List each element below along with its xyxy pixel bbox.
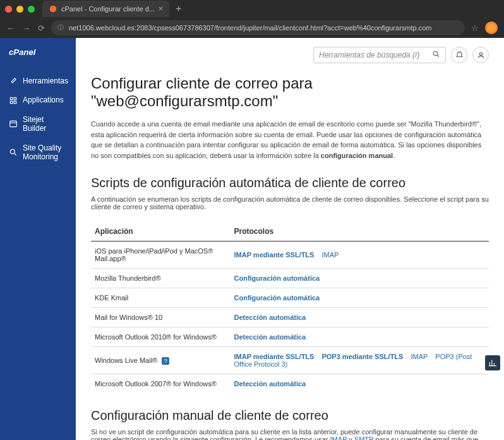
scripts-heading: Scripts de configuración automática de c…: [91, 176, 489, 190]
table-row: Microsoft Outlook 2007® for Windows®Dete…: [91, 374, 489, 394]
sidebar-item-label: Sitejet Builder: [23, 115, 67, 133]
protocol-link[interactable]: IMAP mediante SSL/TLS: [234, 353, 315, 360]
protocol-link[interactable]: IMAP mediante SSL/TLS: [234, 251, 315, 259]
bookmark-icon[interactable]: ☆: [471, 23, 479, 33]
site-info-icon[interactable]: ⓘ: [57, 23, 64, 32]
protocols-cell: Detección automática: [231, 374, 489, 394]
app-cell: iOS para iPhone/iPad/iPod y MacOS® Mail.…: [91, 241, 231, 269]
svg-point-8: [433, 51, 438, 56]
user-icon: [477, 51, 485, 59]
svg-rect-3: [14, 97, 16, 100]
tab-bar: cPanel - Configurar cliente d... × +: [0, 0, 504, 18]
tools-icon: [9, 76, 18, 85]
minimize-window-button[interactable]: [16, 6, 23, 13]
sidebar-item-herramientas[interactable]: Herramientas: [0, 71, 76, 90]
imap-link[interactable]: IMAP: [330, 436, 347, 440]
url-text: net1006.webcloud.es:2083/cpsess067378630…: [69, 24, 459, 32]
profile-avatar[interactable]: [485, 21, 498, 34]
manual-subtext: Si no ve un script de configuración auto…: [91, 428, 489, 440]
new-tab-button[interactable]: +: [172, 3, 185, 15]
cpanel-logo[interactable]: cPanel: [0, 47, 76, 71]
app-cell: Mail for Windows® 10: [91, 308, 231, 327]
cpanel-favicon-icon: [49, 4, 57, 13]
main-content: Configurar cliente de correo para "web@c…: [76, 38, 504, 440]
scripts-table: Aplicación Protocolos iOS para iPhone/iP…: [91, 222, 489, 393]
sidebar-item-label: Applications: [23, 95, 64, 104]
protocols-cell: IMAP mediante SSL/TLSPOP3 mediante SSL/T…: [231, 347, 489, 374]
window-controls: [5, 6, 35, 13]
table-row: iOS para iPhone/iPad/iPod y MacOS® Mail.…: [91, 241, 489, 269]
maximize-window-button[interactable]: [28, 6, 35, 13]
tab-title: cPanel - Configurar cliente d...: [61, 5, 155, 13]
feedback-float-button[interactable]: [485, 355, 500, 370]
table-row: Mail for Windows® 10Detección automática: [91, 308, 489, 327]
svg-point-7: [10, 149, 15, 154]
protocol-link[interactable]: Configuración automática: [234, 294, 320, 302]
search-wrap: [313, 47, 446, 63]
table-row: Microsoft Outlook 2010® for Windows®Dete…: [91, 327, 489, 347]
sidebar-item-applications[interactable]: Applications: [0, 90, 76, 109]
bell-icon: [455, 51, 464, 59]
protocol-link[interactable]: POP3 mediante SSL/TLS: [321, 353, 403, 360]
scripts-subtext: A continuación se enumeran los scripts d…: [91, 195, 489, 211]
help-icon[interactable]: ?: [162, 357, 169, 365]
manual-sub-and: y: [347, 436, 354, 440]
app-cell: Microsoft Outlook 2007® for Windows®: [91, 374, 231, 394]
apps-icon: [9, 96, 18, 105]
sidebar-item-label: Herramientas: [23, 76, 68, 85]
sidebar: cPanel Herramientas Applications Sitejet…: [0, 38, 76, 440]
svg-rect-4: [10, 101, 13, 104]
protocol-link[interactable]: Configuración automática: [234, 274, 320, 282]
protocols-cell: IMAP mediante SSL/TLSIMAP: [231, 241, 489, 269]
close-tab-icon[interactable]: ×: [159, 4, 163, 13]
svg-point-0: [50, 6, 57, 13]
table-row: Windows Live Mail® ?IMAP mediante SSL/TL…: [91, 347, 489, 374]
intro-part-1: Cuando accede a una cuenta de email medi…: [91, 120, 481, 159]
protocols-cell: Detección automática: [231, 308, 489, 327]
smtp-link[interactable]: SMTP: [354, 436, 373, 440]
th-protocols: Protocolos: [231, 222, 489, 241]
search-input[interactable]: [319, 51, 432, 59]
nav-right: ☆: [471, 21, 498, 34]
magnifier-icon: [9, 148, 18, 157]
protocol-link[interactable]: Detección automática: [234, 380, 306, 388]
cpanel-logo-icon: cPanel: [9, 47, 54, 58]
forward-button[interactable]: →: [22, 23, 30, 33]
protocol-link[interactable]: IMAP: [321, 251, 339, 259]
close-window-button[interactable]: [5, 6, 12, 13]
svg-rect-2: [10, 97, 13, 100]
app-cell: Microsoft Outlook 2010® for Windows®: [91, 327, 231, 347]
notifications-button[interactable]: [451, 47, 467, 63]
browser-chrome: cPanel - Configurar cliente d... × + ← →…: [0, 0, 504, 38]
intro-strong: configuración manual: [321, 152, 393, 159]
sidebar-item-site-quality[interactable]: Site Quality Monitoring: [0, 138, 76, 167]
svg-rect-5: [14, 101, 16, 104]
back-button[interactable]: ←: [6, 23, 15, 33]
protocol-link[interactable]: Detección automática: [234, 333, 306, 341]
svg-text:cPanel: cPanel: [9, 47, 36, 57]
protocol-link[interactable]: IMAP: [411, 353, 428, 360]
reload-button[interactable]: ⟳: [38, 23, 45, 33]
browser-tab[interactable]: cPanel - Configurar cliente d... ×: [42, 1, 169, 17]
sidebar-item-sitejet[interactable]: Sitejet Builder: [0, 110, 76, 138]
nav-bar: ← → ⟳ ⓘ net1006.webcloud.es:2083/cpsess0…: [0, 18, 504, 38]
table-row: Mozilla Thunderbird®Configuración automá…: [91, 269, 489, 288]
search-icon[interactable]: [432, 50, 440, 60]
protocols-cell: Configuración automática: [231, 288, 489, 308]
intro-text: Cuando accede a una cuenta de email medi…: [91, 119, 489, 161]
sitejet-icon: [9, 119, 18, 128]
user-menu-button[interactable]: [472, 47, 489, 63]
manual-heading: Configuración manual de cliente de corre…: [91, 408, 489, 423]
th-app: Aplicación: [91, 222, 231, 241]
protocol-link[interactable]: Detección automática: [234, 314, 306, 321]
svg-rect-6: [10, 121, 17, 127]
chart-icon: [488, 358, 497, 367]
svg-point-9: [479, 52, 482, 55]
intro-part-2: .: [393, 152, 395, 159]
app-cell: Windows Live Mail® ?: [91, 347, 231, 374]
app-cell: KDE Kmail: [91, 288, 231, 308]
protocols-cell: Configuración automática: [231, 269, 489, 288]
url-bar[interactable]: ⓘ net1006.webcloud.es:2083/cpsess0673786…: [51, 20, 465, 35]
app-container: cPanel Herramientas Applications Sitejet…: [0, 38, 504, 440]
protocols-cell: Detección automática: [231, 327, 489, 347]
